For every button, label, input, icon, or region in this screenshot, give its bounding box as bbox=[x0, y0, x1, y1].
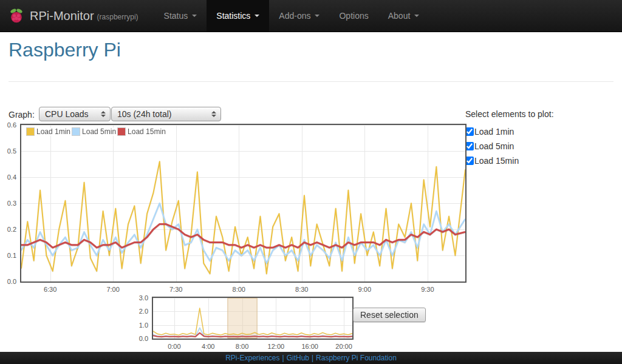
checkbox-row-load15: Load 15min bbox=[465, 153, 617, 168]
nav-item-status[interactable]: Status bbox=[154, 0, 207, 32]
nav-item-label: Add-ons bbox=[279, 11, 310, 21]
load-15min-checkbox[interactable] bbox=[465, 157, 474, 165]
footer: RPi-Experiences | GitHub | Raspberry Pi … bbox=[0, 352, 622, 364]
footer-link-github[interactable]: GitHub bbox=[287, 354, 309, 362]
y-tick-label: 3.0 bbox=[131, 294, 148, 302]
x-tick-label: 9:30 bbox=[421, 286, 434, 293]
x-tick-label: 7:00 bbox=[106, 286, 119, 293]
y-tick-label: 0.6 bbox=[0, 121, 16, 129]
checkbox-label[interactable]: Load 5min bbox=[474, 141, 514, 151]
x-tick-label: 7:30 bbox=[169, 286, 182, 293]
x-tick-label: 6:30 bbox=[44, 286, 56, 293]
legend-label: Load 15min bbox=[128, 127, 166, 136]
navbar-menu: Status Statistics Add-ons Options About bbox=[154, 0, 429, 32]
footer-link-raspberry-pi-foundation[interactable]: Raspberry Pi Foundation bbox=[316, 354, 397, 362]
footer-link-rpi-experiences[interactable]: RPi-Experiences bbox=[225, 354, 279, 362]
x-tick-label: 0:00 bbox=[168, 343, 180, 350]
y-tick-label: 0.5 bbox=[0, 147, 16, 155]
plot-elements-title: Select elements to plot: bbox=[465, 109, 617, 119]
nav-item-label: Status bbox=[164, 11, 188, 21]
x-tick-label: 12:00 bbox=[268, 343, 285, 350]
legend-label: Load 1min bbox=[36, 127, 70, 136]
brand-title: RPi-Monitor bbox=[30, 9, 94, 23]
brand-hostname: (raspberrypi) bbox=[97, 10, 138, 21]
chevron-down-icon bbox=[414, 15, 419, 17]
reset-selection-button[interactable]: Reset selection bbox=[353, 308, 426, 322]
cpu-loads-chart-canvas[interactable] bbox=[21, 125, 465, 281]
nav-item-addons[interactable]: Add-ons bbox=[269, 0, 329, 32]
y-tick-label: 0.2 bbox=[0, 226, 16, 233]
nav-item-statistics[interactable]: Statistics bbox=[207, 0, 269, 32]
y-tick-label: 0.0 bbox=[131, 335, 148, 342]
chevron-down-icon bbox=[255, 15, 259, 17]
checkbox-row-load5: Load 5min bbox=[465, 139, 617, 153]
legend-swatch-icon bbox=[117, 127, 126, 136]
legend-swatch-icon bbox=[72, 127, 80, 136]
graph-label: Graph: bbox=[9, 110, 35, 120]
x-tick-label: 20:00 bbox=[335, 343, 352, 350]
page-title: Raspberry Pi bbox=[9, 39, 121, 61]
x-tick-label: 16:00 bbox=[301, 343, 318, 350]
nav-item-about[interactable]: About bbox=[378, 0, 429, 32]
chart-legend: Load 1minLoad 5minLoad 15min bbox=[26, 127, 167, 136]
plot-elements-panel: Select elements to plot: Load 1min Load … bbox=[465, 109, 617, 168]
load-5min-checkbox[interactable] bbox=[465, 142, 474, 150]
legend-item: Load 1min bbox=[26, 127, 70, 136]
footer-separator: | bbox=[282, 354, 284, 362]
navbar: RPi-Monitor (raspberrypi) Status Statist… bbox=[0, 0, 622, 32]
period-select[interactable]: 10s (24h total) bbox=[111, 107, 221, 121]
x-tick-label: 4:00 bbox=[202, 343, 214, 350]
legend-label: Load 5min bbox=[82, 127, 116, 136]
x-tick-label: 8:00 bbox=[233, 286, 245, 293]
y-tick-label: 0.4 bbox=[0, 174, 16, 181]
navbar-brand[interactable]: RPi-Monitor (raspberrypi) bbox=[0, 0, 154, 32]
checkbox-row-load1: Load 1min bbox=[465, 124, 617, 139]
y-tick-label: 0.0 bbox=[0, 278, 16, 285]
x-tick-label: 8:00 bbox=[236, 343, 248, 350]
cpu-loads-chart: Load 1minLoad 5minLoad 15min 0.00.10.20.… bbox=[20, 124, 466, 283]
overview-chart-canvas[interactable] bbox=[153, 298, 352, 339]
legend-swatch-icon bbox=[26, 127, 35, 136]
checkbox-label[interactable]: Load 1min bbox=[474, 127, 514, 136]
legend-item: Load 15min bbox=[117, 127, 166, 136]
nav-item-label: Statistics bbox=[216, 11, 250, 21]
graph-select[interactable]: CPU Loads bbox=[39, 107, 111, 121]
y-tick-label: 0.1 bbox=[0, 252, 16, 259]
graph-select-value: CPU Loads bbox=[45, 109, 89, 119]
y-tick-label: 1.0 bbox=[131, 322, 148, 329]
chevron-down-icon bbox=[192, 15, 197, 17]
legend-item: Load 5min bbox=[72, 127, 116, 136]
footer-separator: | bbox=[312, 354, 313, 362]
x-tick-label: 8:30 bbox=[295, 286, 308, 293]
title-divider bbox=[9, 81, 613, 82]
select-spinner-icon bbox=[101, 111, 106, 117]
y-tick-label: 0.3 bbox=[0, 200, 16, 207]
checkbox-label[interactable]: Load 15min bbox=[474, 156, 519, 166]
nav-item-label: Options bbox=[339, 11, 368, 21]
load-1min-checkbox[interactable] bbox=[465, 127, 474, 136]
y-tick-label: 2.0 bbox=[131, 308, 148, 315]
period-select-value: 10s (24h total) bbox=[117, 109, 172, 119]
select-spinner-icon bbox=[211, 111, 216, 117]
x-tick-label: 9:00 bbox=[358, 286, 371, 293]
nav-item-options[interactable]: Options bbox=[329, 0, 378, 32]
chevron-down-icon bbox=[315, 15, 320, 17]
overview-chart: 0.01.02.03.00:004:008:0012:0016:0020:00 bbox=[152, 297, 354, 340]
nav-item-label: About bbox=[388, 11, 411, 21]
raspberry-logo-icon bbox=[9, 7, 24, 24]
